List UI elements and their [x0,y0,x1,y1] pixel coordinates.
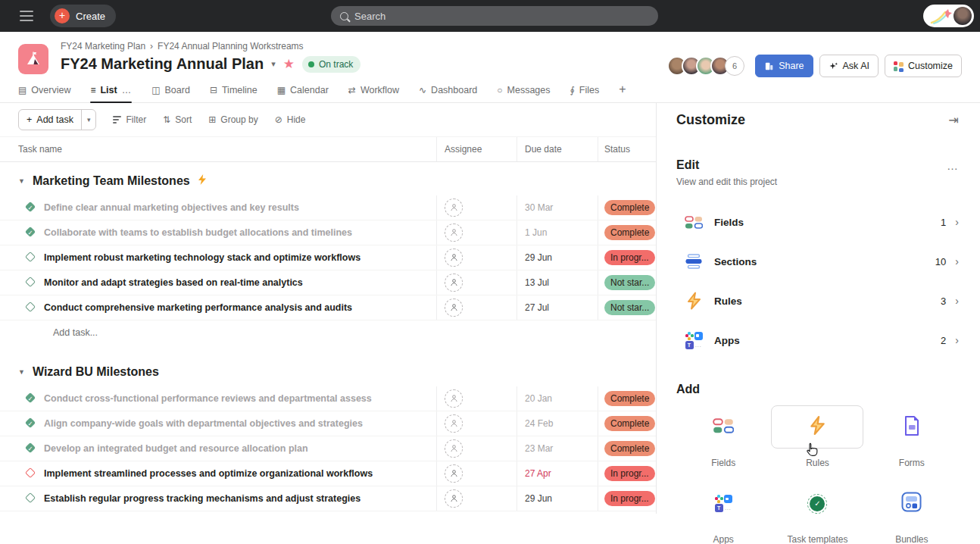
milestone-check-icon[interactable]: ✓ [24,202,36,214]
task-name[interactable]: Develop an integrated budget and resourc… [44,443,308,454]
task-row[interactable]: ✓Conduct cross-functional performance re… [0,386,656,411]
task-row[interactable]: ✓Align company-wide goals with departmen… [0,411,656,436]
due-date[interactable]: 29 Jun [525,252,552,263]
assignee-placeholder-icon[interactable] [445,489,463,508]
due-date[interactable]: 20 Jan [525,393,552,404]
task-row[interactable]: ✓Implement streamlined processes and opt… [0,461,656,486]
milestone-check-icon[interactable]: ✓ [24,417,36,430]
task-name[interactable]: Implement robust marketing technology st… [44,252,360,263]
tab-dashboard[interactable]: ∿Dashboard [419,85,477,102]
panel-item-apps[interactable]: T··· Apps 2 › [676,320,959,360]
panel-item-sections[interactable]: Sections 10 › [676,242,959,281]
milestone-check-icon[interactable]: ✓ [24,392,36,405]
collapse-panel-icon[interactable]: ⇥ [949,113,959,127]
panel-item-fields[interactable]: Fields 1 › [676,202,959,242]
favorite-star-icon[interactable]: ★ [283,56,295,72]
assignee-placeholder-icon[interactable] [445,199,463,217]
breadcrumb-current[interactable]: FY24 Annual Planning Workstreams [158,41,304,52]
search-input[interactable]: Search [331,6,658,26]
milestone-check-icon[interactable]: ✓ [24,252,36,264]
create-button[interactable]: + Create [50,5,116,27]
tab-overview[interactable]: ▤Overview [18,85,70,102]
milestone-check-icon[interactable]: ✓ [24,492,36,505]
section-name[interactable]: Wizard BU Milestones [33,365,159,379]
task-row[interactable]: ✓Establish regular progress tracking mec… [0,486,656,511]
tab-timeline[interactable]: ⊟Timeline [210,85,257,102]
assignee-placeholder-icon[interactable] [445,464,463,483]
add-card-rules[interactable]: Rules [770,405,864,468]
hide-button[interactable]: ⊘Hide [275,114,306,125]
add-card-task-templates[interactable]: ✓ Task templates [770,482,864,544]
add-tab-icon[interactable]: + [619,83,626,102]
add-task-caret-icon[interactable]: ▾ [81,110,96,130]
assignee-placeholder-icon[interactable] [445,389,463,408]
tab-messages[interactable]: ○Messages [497,85,550,102]
task-name[interactable]: Align company-wide goals with department… [44,418,363,429]
task-row[interactable]: ✓Conduct comprehensive marketing perform… [0,295,656,320]
task-name[interactable]: Collaborate with teams to establish budg… [44,227,352,238]
add-card-apps[interactable]: T··· Apps [676,482,770,544]
task-name[interactable]: Conduct cross-functional performance rev… [44,393,372,404]
status-badge[interactable]: On track [302,56,360,73]
due-date[interactable]: 27 Apr [525,468,551,479]
sidebar-toggle-icon[interactable] [14,3,39,29]
task-row[interactable]: ✓Monitor and adapt strategies based on r… [0,270,656,295]
add-task-button[interactable]: +Add task ▾ [18,109,96,130]
customize-button[interactable]: Customize [885,55,962,77]
milestone-check-icon[interactable]: ✓ [24,277,36,289]
status-pill[interactable]: Complete [604,200,655,215]
add-task-row[interactable]: Add task... [0,511,656,514]
assignee-placeholder-icon[interactable] [445,439,463,458]
task-row[interactable]: ✓Define clear annual marketing objective… [0,195,656,220]
milestone-check-icon[interactable]: ✓ [24,442,36,455]
status-pill[interactable]: Not star... [604,300,655,315]
collapse-triangle-icon[interactable]: ▼ [18,368,25,376]
assignee-placeholder-icon[interactable] [445,414,463,433]
due-date[interactable]: 13 Jul [525,277,549,288]
status-pill[interactable]: In progr... [604,466,655,481]
status-pill[interactable]: In progr... [604,250,655,265]
task-row[interactable]: ✓Implement robust marketing technology s… [0,245,656,270]
status-pill[interactable]: Complete [604,416,655,431]
avatar-overflow-count[interactable]: 6 [725,56,744,76]
due-date[interactable]: 23 Mar [525,443,553,454]
ask-ai-button[interactable]: Ask AI [819,55,879,77]
assignee-placeholder-icon[interactable] [445,249,463,267]
task-row[interactable]: ✓Collaborate with teams to establish bud… [0,220,656,245]
status-pill[interactable]: Not star... [604,275,655,290]
due-date[interactable]: 27 Jul [525,302,549,313]
column-task-name[interactable]: Task name [0,144,436,155]
due-date[interactable]: 1 Jun [525,227,547,238]
section-name[interactable]: Marketing Team Milestones [33,174,190,188]
sort-button[interactable]: ⇅Sort [163,114,192,125]
add-card-forms[interactable]: Forms [865,405,959,468]
task-name[interactable]: Establish regular progress tracking mech… [44,493,360,504]
column-assignee[interactable]: Assignee [436,137,517,161]
project-icon[interactable] [18,44,48,74]
filter-button[interactable]: Filter [113,114,146,125]
panel-item-rules[interactable]: Rules 3 › [676,281,959,320]
tab-board[interactable]: ◫Board [151,85,190,102]
collapse-triangle-icon[interactable]: ▼ [18,177,25,185]
due-date[interactable]: 30 Mar [525,202,553,213]
tab-list[interactable]: ≡List… [90,85,132,102]
status-pill[interactable]: Complete [604,391,655,406]
task-row[interactable]: ✓Develop an integrated budget and resour… [0,436,656,461]
column-status[interactable]: Status [598,137,656,161]
column-due-date[interactable]: Due date [517,137,598,161]
due-date[interactable]: 29 Jun [525,493,552,504]
group-by-button[interactable]: ⊞Group by [208,114,257,125]
task-name[interactable]: Conduct comprehensive marketing performa… [44,302,352,313]
task-name[interactable]: Define clear annual marketing objectives… [44,202,299,213]
task-name[interactable]: Implement streamlined processes and opti… [44,468,373,479]
tab-calendar[interactable]: ▦Calendar [277,85,329,102]
assignee-placeholder-icon[interactable] [445,274,463,292]
assignee-placeholder-icon[interactable] [445,224,463,242]
edit-menu-icon[interactable]: … [947,159,959,172]
tab-options-icon[interactable]: … [122,85,133,95]
add-card-fields[interactable]: Fields [676,405,770,468]
milestone-check-icon[interactable]: ✓ [24,227,36,239]
title-chevron-down-icon[interactable]: ▾ [271,59,276,69]
member-avatars[interactable]: 6 [667,56,744,76]
status-pill[interactable]: In progr... [604,491,655,506]
